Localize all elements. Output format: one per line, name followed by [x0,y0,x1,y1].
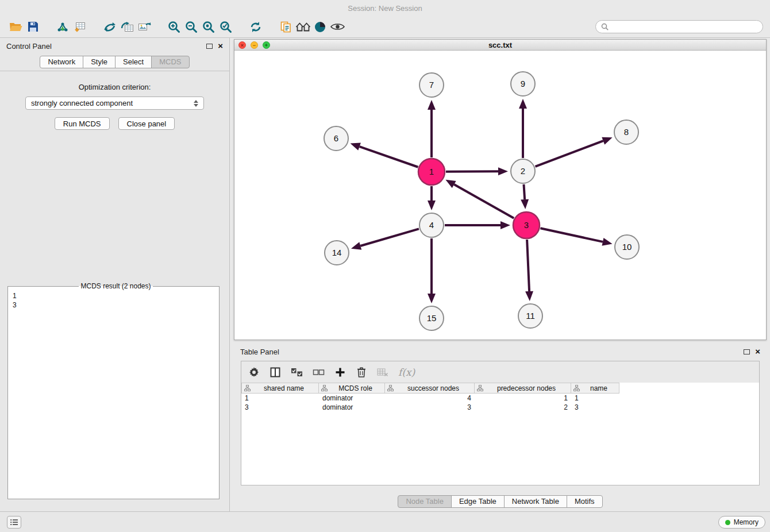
import-network-button[interactable] [54,18,71,36]
graph-edge-4-14[interactable] [351,229,419,249]
graph-node-15[interactable]: 15 [419,306,444,330]
column-header-mcds-role[interactable]: MCDS role [319,383,385,394]
graph-edge-1-4[interactable] [428,186,436,210]
select-all-icon [291,368,303,377]
close-panel-button[interactable]: Close panel [118,117,175,130]
graph-edge-1-6[interactable] [351,143,418,167]
table-cell[interactable]: 2 [475,403,571,412]
graph-node-11[interactable]: 11 [518,304,542,328]
table-tab-motifs[interactable]: Motifs [567,495,603,508]
window-close-icon[interactable]: × [238,41,246,49]
memory-label: Memory [734,518,759,526]
search-input[interactable] [611,23,757,31]
control-tab-mcds[interactable]: MCDS [151,56,189,68]
graph-node-9[interactable]: 9 [511,72,535,96]
table-cell[interactable]: 3 [241,403,319,412]
add-row-button[interactable] [334,365,346,379]
window-minimize-icon[interactable]: − [251,41,258,49]
close-table-panel-icon[interactable]: × [755,348,760,356]
home-neighbors-button[interactable] [294,18,311,36]
table-cell[interactable]: 3 [571,403,619,412]
graph-edge-1-2[interactable] [446,167,508,175]
column-header-successor-nodes[interactable]: successor nodes [385,383,475,394]
graph-edge-2-9[interactable] [519,99,527,158]
network-table-icon [121,21,134,33]
table-tab-node-table[interactable]: Node Table [398,495,452,508]
style-button[interactable] [311,18,329,36]
graph-edge-3-10[interactable] [540,228,612,245]
table-row[interactable]: 3dominator323 [241,403,759,412]
table-tab-network-table[interactable]: Network Table [504,495,567,508]
table-settings-button[interactable] [248,365,260,379]
zoom-out-button[interactable] [183,18,200,36]
open-session-button[interactable] [7,18,24,36]
table-cell[interactable]: 1 [571,394,619,403]
float-panel-icon[interactable] [206,44,213,49]
table-cell[interactable]: 4 [385,394,475,403]
zoom-fit-button[interactable] [200,18,217,36]
delete-row-button[interactable] [356,365,367,379]
select-all-button[interactable] [291,365,303,379]
show-graphics-button[interactable] [329,18,346,36]
zoom-fit-icon [202,21,215,33]
show-columns-button[interactable] [270,365,281,379]
graph-node-14[interactable]: 14 [325,241,349,265]
zoom-in-icon [168,21,180,33]
table-cell[interactable]: 3 [385,403,475,412]
column-header-predecessor-nodes[interactable]: predecessor nodes [475,383,571,394]
graph-edge-3-1[interactable] [445,180,514,218]
graph-node-1[interactable]: 1 [418,159,445,185]
refresh-layout-button[interactable] [247,18,264,36]
panel-menu-button[interactable] [7,516,21,529]
table-cell[interactable]: dominator [319,394,385,403]
save-session-button[interactable] [24,18,41,36]
graph-node-10[interactable]: 10 [615,235,639,259]
deselect-all-button[interactable] [313,365,325,379]
control-tab-select[interactable]: Select [115,56,152,68]
import-table-button[interactable] [71,18,88,36]
column-header-shared-name[interactable]: shared name [241,383,319,394]
column-header-name[interactable]: name [571,383,619,394]
control-tab-style[interactable]: Style [83,56,116,68]
graph-edge-2-3[interactable] [521,184,529,209]
float-table-panel-icon[interactable] [744,349,750,354]
memory-button[interactable]: Memory [718,516,765,529]
graph-node-8[interactable]: 8 [614,120,638,144]
zoom-in-button[interactable] [165,18,183,36]
optimization-select[interactable]: strongly connected component [25,97,204,110]
graph-node-3[interactable]: 3 [513,212,540,238]
graph-node-4[interactable]: 4 [419,213,444,237]
control-panel-header: Control Panel × [0,38,229,54]
table-tab-edge-table[interactable]: Edge Table [451,495,505,508]
table-cell[interactable]: 1 [475,394,571,403]
zoom-selected-button[interactable] [217,18,234,36]
trash-icon [357,367,366,377]
window-zoom-icon[interactable]: + [263,41,270,49]
graph-edge-4-15[interactable] [428,238,436,303]
graph-edge-1-7[interactable] [428,100,436,157]
graph-edge-2-8[interactable] [536,137,613,167]
new-network-button[interactable] [101,18,118,36]
graph-node-2[interactable]: 2 [511,159,535,183]
search-field[interactable] [595,20,763,33]
function-builder-button[interactable]: f(x) [398,365,415,379]
graph-edge-3-11[interactable] [525,240,533,301]
table-row[interactable]: 1dominator411 [241,394,759,403]
optimization-label: Optimization criterion: [0,83,229,91]
run-mcds-button[interactable]: Run MCDS [55,117,110,130]
table-cell[interactable]: 1 [241,394,319,403]
close-panel-icon[interactable]: × [218,42,223,50]
table-body: 1dominator4113dominator323 [241,394,759,412]
export-image-button[interactable] [136,18,153,36]
graph-node-7[interactable]: 7 [419,73,444,97]
delete-table-button[interactable] [377,365,388,379]
network-from-table-button[interactable] [118,18,136,36]
network-view-window: × − + scc.txt 7968124314101511 [234,39,767,340]
network-canvas[interactable]: 7968124314101511 [234,51,766,340]
copy-view-button[interactable] [277,18,294,36]
column-tree-icon [321,385,328,391]
graph-edge-4-3[interactable] [445,221,510,229]
control-tab-network[interactable]: Network [40,56,83,68]
graph-node-6[interactable]: 6 [324,126,348,151]
table-cell[interactable]: dominator [319,403,385,412]
